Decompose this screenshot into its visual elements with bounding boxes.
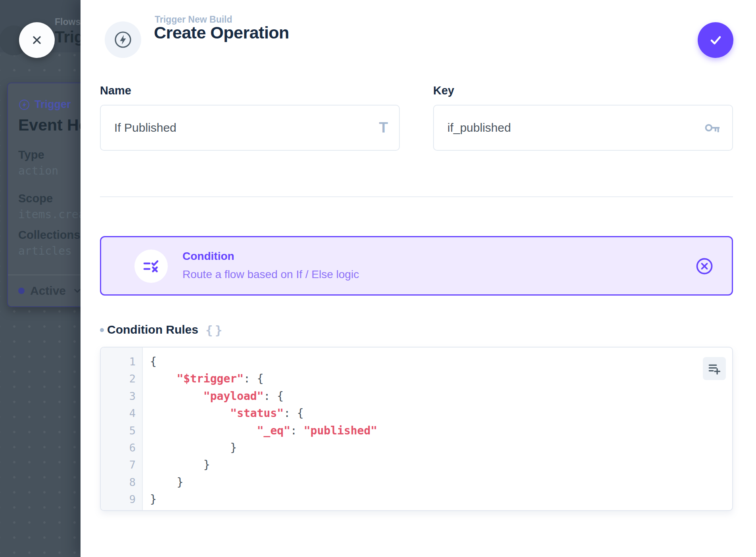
status-label: Active bbox=[30, 284, 66, 298]
section-divider bbox=[100, 196, 733, 197]
line-numbers: 123456789 bbox=[101, 348, 143, 510]
close-icon bbox=[29, 32, 45, 48]
code-line[interactable]: } bbox=[150, 491, 700, 507]
condition-rules-label: Condition Rules bbox=[107, 323, 198, 336]
bolt-circle-icon bbox=[113, 30, 132, 49]
bolt-circle-icon bbox=[18, 99, 30, 111]
field-value-type: action bbox=[18, 164, 58, 177]
close-drawer-button[interactable] bbox=[19, 22, 55, 58]
condition-title: Condition bbox=[182, 250, 234, 263]
line-number: 8 bbox=[101, 474, 142, 491]
field-label-scope: Scope bbox=[18, 192, 53, 205]
line-number: 1 bbox=[101, 353, 142, 370]
code-line[interactable]: } bbox=[150, 474, 700, 491]
braces-icon: {} bbox=[205, 323, 224, 337]
breadcrumb: Flows bbox=[55, 17, 81, 27]
line-number: 9 bbox=[101, 491, 142, 508]
drawer-title: Create Operation bbox=[154, 23, 289, 42]
code-lines[interactable]: { "$trigger": { "payload": { "status": {… bbox=[150, 353, 700, 507]
line-number: 2 bbox=[101, 370, 142, 387]
key-field bbox=[433, 105, 733, 151]
code-line[interactable]: } bbox=[150, 456, 700, 473]
name-field: T bbox=[100, 105, 400, 151]
remove-operation-button[interactable] bbox=[695, 257, 714, 275]
save-button[interactable] bbox=[698, 22, 733, 58]
name-input[interactable] bbox=[113, 121, 379, 135]
name-label: Name bbox=[100, 84, 131, 97]
drawer-create-operation: Trigger New Build Create Operation Name … bbox=[81, 0, 756, 557]
line-number: 4 bbox=[101, 405, 142, 422]
code-line[interactable]: "_eq": "published" bbox=[150, 422, 700, 439]
key-label: Key bbox=[433, 84, 454, 97]
trigger-badge: Trigger bbox=[18, 98, 71, 111]
condition-rules-editor[interactable]: 123456789 { "$trigger": { "payload": { "… bbox=[100, 347, 733, 511]
edited-dot bbox=[100, 328, 104, 332]
status-dot bbox=[18, 288, 25, 294]
field-label-collections: Collections bbox=[18, 229, 80, 242]
field-template-button[interactable] bbox=[703, 357, 726, 380]
operation-header-icon bbox=[105, 21, 141, 58]
flow-status-toggle: Active bbox=[18, 284, 83, 298]
code-line[interactable]: { bbox=[150, 353, 700, 370]
key-input[interactable] bbox=[447, 121, 704, 135]
condition-operation-card[interactable]: Condition Route a flow based on If / Els… bbox=[100, 236, 733, 296]
condition-rules-header: Condition Rules {} bbox=[100, 322, 224, 337]
code-line[interactable]: "status": { bbox=[150, 405, 700, 422]
line-number: 6 bbox=[101, 439, 142, 456]
field-value-collections: articles bbox=[18, 244, 72, 257]
key-icon bbox=[704, 119, 721, 136]
trigger-badge-label: Trigger bbox=[35, 98, 71, 111]
condition-description: Route a flow based on If / Else logic bbox=[182, 268, 359, 281]
code-line[interactable]: } bbox=[150, 439, 700, 456]
title-formatter-icon: T bbox=[379, 119, 388, 136]
cancel-circle-icon bbox=[695, 257, 714, 276]
line-number: 5 bbox=[101, 422, 142, 439]
line-number: 7 bbox=[101, 456, 142, 473]
field-label-type: Type bbox=[18, 148, 44, 161]
code-line[interactable]: "payload": { bbox=[150, 388, 700, 405]
condition-icon-circle bbox=[134, 250, 168, 283]
rule-icon bbox=[142, 257, 161, 276]
line-number: 3 bbox=[101, 388, 142, 405]
code-line[interactable]: "$trigger": { bbox=[150, 370, 700, 387]
check-icon bbox=[707, 31, 724, 49]
playlist-add-icon bbox=[707, 361, 722, 376]
screen: Flows Trigger New Build Trigger Event Ho… bbox=[0, 0, 756, 557]
